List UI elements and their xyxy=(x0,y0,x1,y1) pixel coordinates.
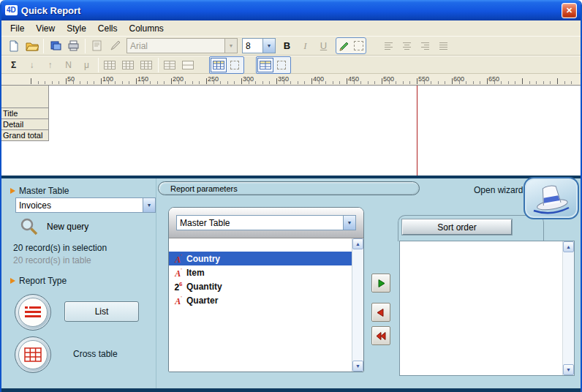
alpha-field-icon: A' xyxy=(173,294,184,306)
cells-toolbar: Σ ↓ ↑ N μ xyxy=(1,56,581,74)
border-sample-box xyxy=(354,41,363,50)
align-left-icon xyxy=(384,42,393,50)
remove-from-sort-button[interactable] xyxy=(371,303,390,322)
empty-option-box xyxy=(230,61,239,69)
cross-table-radio[interactable] xyxy=(15,336,51,373)
field-label: Country xyxy=(186,254,220,264)
add-to-sort-button[interactable] xyxy=(371,274,390,293)
table-selector-combo[interactable]: Master Table ▼ xyxy=(176,215,356,230)
align-right-button[interactable] xyxy=(417,38,434,54)
cross-table-label: Cross table xyxy=(73,349,118,359)
field-row-country[interactable]: A' Country xyxy=(169,252,352,265)
delete-column-button[interactable] xyxy=(138,57,155,73)
fields-scrollbar[interactable]: ▲ ▼ xyxy=(352,238,363,372)
panel-bottom-border xyxy=(1,388,581,392)
menu-view[interactable]: View xyxy=(30,22,61,35)
frame-off-option[interactable] xyxy=(273,58,290,72)
field-label: Item xyxy=(186,268,205,278)
minimum-button[interactable]: ↓ xyxy=(23,57,40,73)
sort-scrollbar[interactable]: ▲ ▼ xyxy=(562,241,574,375)
show-grid-toggle[interactable] xyxy=(209,56,244,74)
master-table-combo[interactable]: Invoices ▼ xyxy=(15,197,156,213)
scroll-up-icon[interactable]: ▲ xyxy=(563,241,574,252)
column-width-button[interactable] xyxy=(162,57,178,73)
remove-all-from-sort-button[interactable] xyxy=(371,326,390,345)
report-type-label-row: Report Type xyxy=(10,276,67,286)
print-button[interactable] xyxy=(65,38,82,54)
row-detail[interactable]: Detail xyxy=(1,119,49,130)
preview-button[interactable] xyxy=(88,38,105,54)
menubar: File View Style Cells Columns xyxy=(1,20,581,36)
list-icon xyxy=(23,305,42,320)
magic-hat-icon xyxy=(531,181,572,215)
menu-style[interactable]: Style xyxy=(61,22,92,35)
list-type-button[interactable]: List xyxy=(64,301,139,322)
sort-order-list[interactable]: ▲ ▼ xyxy=(399,241,575,376)
border-color-control[interactable] xyxy=(336,37,366,54)
alignment-group xyxy=(379,38,453,54)
pen-icon xyxy=(339,40,350,52)
chevron-down-icon[interactable]: ▼ xyxy=(343,216,355,230)
align-center-button[interactable] xyxy=(398,38,415,54)
fields-panel-header: Master Table ▼ xyxy=(169,208,363,238)
add-column-button[interactable] xyxy=(120,57,137,73)
font-name-select[interactable]: Arial ▼ xyxy=(126,38,238,53)
chevron-down-icon[interactable]: ▼ xyxy=(143,198,155,212)
insert-column-button[interactable] xyxy=(102,57,118,73)
table-grid-icon xyxy=(122,60,135,70)
report-canvas[interactable]: Title Detail Grand total xyxy=(1,86,581,176)
scroll-down-icon[interactable]: ▼ xyxy=(352,361,363,372)
field-row-item[interactable]: A' Item xyxy=(169,265,352,279)
open-report-button[interactable] xyxy=(23,38,40,54)
chevron-down-icon[interactable]: ▼ xyxy=(224,39,237,53)
new-query-label: New query xyxy=(47,222,88,232)
scroll-down-icon[interactable]: ▼ xyxy=(563,364,574,375)
row-title[interactable]: Title xyxy=(1,108,49,119)
field-row-quarter[interactable]: A' Quarter xyxy=(169,293,352,307)
new-report-button[interactable] xyxy=(5,38,22,54)
align-left-button[interactable] xyxy=(380,38,397,54)
menu-cells[interactable]: Cells xyxy=(92,22,124,35)
maximum-button[interactable]: ↑ xyxy=(42,57,58,73)
align-justify-button[interactable] xyxy=(435,38,452,54)
merge-cells-button[interactable] xyxy=(180,57,197,73)
count-button[interactable]: N xyxy=(60,57,77,73)
menu-columns[interactable]: Columns xyxy=(124,22,170,35)
show-frame-toggle[interactable] xyxy=(256,56,291,74)
grid-off-option[interactable] xyxy=(227,58,243,72)
row-grand-total[interactable]: Grand total xyxy=(1,130,49,141)
sum-button[interactable]: Σ xyxy=(5,57,22,73)
orange-arrow-icon xyxy=(10,278,15,284)
cross-table-inner xyxy=(18,340,48,369)
titlebar[interactable]: 4D Quick Report ✕ xyxy=(1,0,581,20)
destination-button[interactable] xyxy=(47,38,64,54)
italic-button[interactable]: I xyxy=(297,38,314,54)
chevron-down-icon[interactable]: ▼ xyxy=(262,39,275,53)
table-grid-icon xyxy=(182,60,194,70)
red-left-arrow-icon xyxy=(376,308,386,317)
grid-on-option[interactable] xyxy=(211,58,227,72)
new-query-button[interactable]: New query xyxy=(19,216,88,237)
table-grid-icon xyxy=(104,60,116,70)
scroll-up-icon[interactable]: ▲ xyxy=(352,238,363,249)
red-double-left-arrow-icon xyxy=(375,331,387,341)
master-table-value: Invoices xyxy=(16,200,143,211)
underline-button[interactable]: U xyxy=(315,38,332,54)
eraser-button[interactable] xyxy=(107,38,124,54)
list-report-radio[interactable] xyxy=(15,294,51,331)
row-header-cell[interactable] xyxy=(1,86,49,108)
open-wizard-button[interactable] xyxy=(524,177,579,219)
average-button[interactable]: μ xyxy=(78,57,95,73)
menu-file[interactable]: File xyxy=(4,22,30,35)
scroll-track[interactable] xyxy=(563,252,574,364)
window-title: Quick Report xyxy=(21,5,81,16)
font-size-select[interactable]: 8 ▼ xyxy=(242,38,276,53)
field-row-quantity[interactable]: 26 Quantity xyxy=(169,279,352,293)
colored-grid-icon xyxy=(260,60,272,70)
close-button[interactable]: ✕ xyxy=(562,3,577,18)
orange-arrow-icon xyxy=(10,188,15,194)
frame-on-option[interactable] xyxy=(257,58,273,72)
scroll-track[interactable] xyxy=(352,249,363,361)
bold-button[interactable]: B xyxy=(279,38,295,54)
toolbar-separator xyxy=(85,39,86,53)
